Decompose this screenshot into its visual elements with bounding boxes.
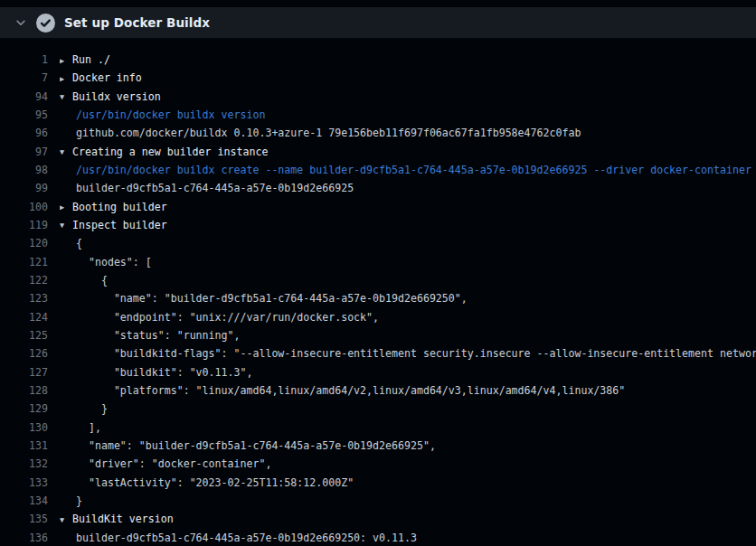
group-title: Buildx version (72, 90, 161, 103)
log-line-130: 130 ], (0, 419, 756, 437)
line-number[interactable]: 100 (0, 198, 48, 216)
log-line-122: 122 { (0, 271, 756, 289)
log-line-133: 133 "lastActivity": "2023-02-25T11:58:12… (0, 474, 756, 492)
log-line-129: 129 } (0, 400, 756, 418)
group-title: Booting builder (72, 201, 167, 213)
output-text: } (60, 492, 756, 510)
log-line-136: 136builder-d9cfb5a1-c764-445a-a57e-0b19d… (0, 529, 756, 546)
output-text: } (60, 400, 756, 418)
output-text: github.com/docker/buildx 0.10.3+azure-1 … (60, 124, 756, 142)
output-text: { (60, 234, 756, 252)
log-group-toggle[interactable]: ▼Buildx version (60, 88, 756, 106)
actions-log-viewer: Set up Docker Buildx 1▶Run ./7▶Docker in… (0, 0, 756, 546)
line-number[interactable]: 120 (0, 234, 48, 252)
log-line-132: 132 "driver": "docker-container", (0, 455, 756, 473)
output-text: "name": "builder-d9cfb5a1-c764-445a-a57e… (60, 289, 756, 307)
log-line-123: 123 "name": "builder-d9cfb5a1-c764-445a-… (0, 289, 756, 307)
line-number[interactable]: 129 (0, 400, 48, 418)
log-line-99: 99builder-d9cfb5a1-c764-445a-a57e-0b19d2… (0, 179, 756, 197)
line-number[interactable]: 130 (0, 419, 48, 437)
log-group-toggle[interactable]: ▼Creating a new builder instance (60, 143, 756, 161)
output-text: "buildkit": "v0.11.3", (60, 363, 756, 381)
check-circle-icon (36, 14, 55, 33)
log-line-1: 1▶Run ./ (0, 51, 756, 69)
output-text: builder-d9cfb5a1-c764-445a-a57e-0b19d2e6… (60, 179, 756, 197)
line-number[interactable]: 119 (0, 216, 48, 234)
log-line-135: 135▼BuildKit version (0, 510, 756, 528)
log-group-toggle[interactable]: ▶Docker info (60, 69, 756, 87)
output-text: "nodes": [ (60, 253, 756, 271)
log-line-96: 96github.com/docker/buildx 0.10.3+azure-… (0, 124, 756, 142)
group-title: Inspect builder (72, 219, 167, 231)
log-line-126: 126 "buildkitd-flags": "--allow-insecure… (0, 344, 756, 362)
triangle-down-icon: ▼ (60, 511, 72, 529)
line-number[interactable]: 132 (0, 455, 48, 473)
output-text: "driver": "docker-container", (60, 455, 756, 473)
output-text: "name": "builder-d9cfb5a1-c764-445a-a57e… (60, 437, 756, 455)
log-line-121: 121 "nodes": [ (0, 253, 756, 271)
log-line-119: 119▼Inspect builder (0, 216, 756, 234)
log-line-128: 128 "platforms": "linux/amd64,linux/amd6… (0, 381, 756, 400)
log-group-toggle[interactable]: ▶Run ./ (60, 51, 756, 69)
output-text: "status": "running", (60, 326, 756, 344)
group-title: Run ./ (72, 53, 110, 66)
line-number[interactable]: 95 (0, 106, 48, 124)
line-number[interactable]: 97 (0, 143, 48, 161)
line-number[interactable]: 126 (0, 344, 48, 362)
line-number[interactable]: 133 (0, 474, 48, 492)
line-number[interactable]: 94 (0, 88, 48, 106)
line-number[interactable]: 96 (0, 124, 48, 142)
output-text: "lastActivity": "2023-02-25T11:58:12.000… (60, 474, 756, 492)
log-group-toggle[interactable]: ▼Inspect builder (60, 216, 756, 234)
log-line-7: 7▶Docker info (0, 69, 756, 87)
group-title: Docker info (72, 71, 142, 84)
log-line-120: 120{ (0, 234, 756, 252)
log-line-98: 98/usr/bin/docker buildx create --name b… (0, 161, 756, 179)
triangle-right-icon: ▶ (60, 52, 72, 70)
triangle-down-icon: ▼ (60, 143, 72, 161)
output-text: ], (60, 419, 756, 437)
line-number[interactable]: 131 (0, 437, 48, 455)
line-number[interactable]: 98 (0, 161, 48, 179)
log-line-131: 131 "name": "builder-d9cfb5a1-c764-445a-… (0, 437, 756, 455)
command-text: /usr/bin/docker buildx create --name bui… (60, 161, 756, 179)
line-number[interactable]: 134 (0, 492, 48, 510)
triangle-right-icon: ▶ (60, 70, 72, 88)
triangle-down-icon: ▼ (60, 88, 72, 106)
log-line-97: 97▼Creating a new builder instance (0, 143, 756, 161)
log-group-toggle[interactable]: ▼BuildKit version (60, 510, 756, 528)
log-line-134: 134} (0, 492, 756, 510)
group-title: BuildKit version (72, 513, 174, 525)
log-line-95: 95/usr/bin/docker buildx version (0, 106, 756, 124)
triangle-right-icon: ▶ (60, 198, 72, 216)
line-number[interactable]: 121 (0, 253, 48, 271)
log-line-124: 124 "endpoint": "unix:///var/run/docker.… (0, 308, 756, 326)
log-line-125: 125 "status": "running", (0, 326, 756, 344)
log-line-100: 100▶Booting builder (0, 198, 756, 216)
line-number[interactable]: 1 (0, 51, 48, 69)
line-number[interactable]: 125 (0, 326, 48, 344)
line-number[interactable]: 124 (0, 308, 48, 326)
command-text: /usr/bin/docker buildx version (60, 106, 756, 124)
output-text: { (60, 271, 756, 289)
output-text: "endpoint": "unix:///var/run/docker.sock… (60, 308, 756, 326)
line-number[interactable]: 128 (0, 381, 48, 400)
group-title: Creating a new builder instance (72, 146, 268, 158)
output-text: "buildkitd-flags": "--allow-insecure-ent… (60, 344, 756, 362)
log-group-toggle[interactable]: ▶Booting builder (60, 198, 756, 216)
line-number[interactable]: 127 (0, 363, 48, 381)
line-number[interactable]: 123 (0, 289, 48, 307)
output-text: builder-d9cfb5a1-c764-445a-a57e-0b19d2e6… (60, 529, 756, 546)
step-header[interactable]: Set up Docker Buildx (0, 7, 756, 38)
line-number[interactable]: 136 (0, 529, 48, 546)
line-number[interactable]: 122 (0, 271, 48, 289)
output-text: "platforms": "linux/amd64,linux/amd64/v2… (60, 381, 756, 400)
line-number[interactable]: 7 (0, 69, 48, 87)
triangle-down-icon: ▼ (60, 216, 72, 234)
chevron-down-icon[interactable] (14, 15, 28, 30)
line-number[interactable]: 135 (0, 510, 48, 528)
log-line-127: 127 "buildkit": "v0.11.3", (0, 363, 756, 381)
step-title: Set up Docker Buildx (64, 15, 210, 30)
log-lines: 1▶Run ./7▶Docker info94▼Buildx version95… (0, 51, 756, 546)
line-number[interactable]: 99 (0, 179, 48, 197)
